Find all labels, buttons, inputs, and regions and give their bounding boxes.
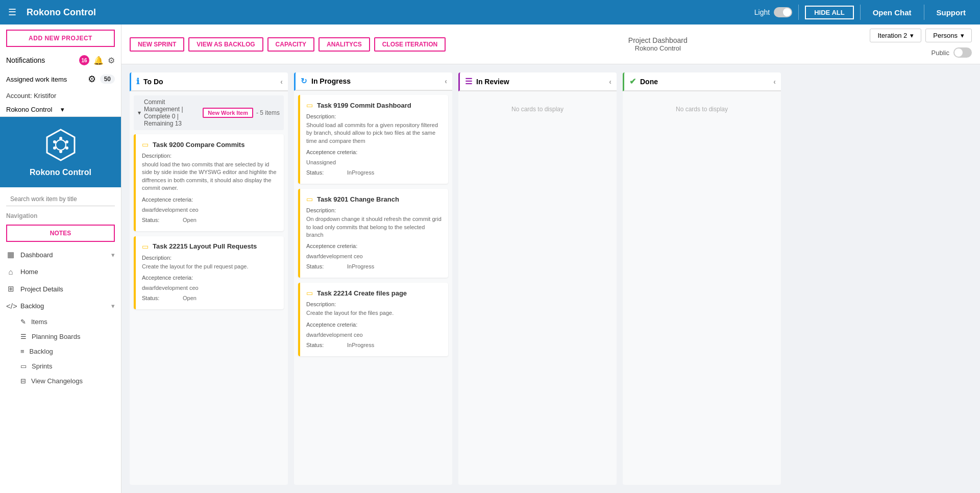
inreview-col-chevron[interactable]: ‹: [609, 78, 611, 86]
add-project-button[interactable]: ADD NEW PROJECT: [6, 30, 115, 47]
acceptance-label-22214: Acceptence creteria:: [306, 322, 442, 328]
description-22215: Create the layout for the pull request p…: [142, 263, 278, 270]
sprints-icon: ▭: [20, 362, 27, 370]
support-button[interactable]: Support: [930, 6, 972, 19]
assignee-value-9201: dwarfdevelopment ceo: [306, 253, 363, 259]
notifications-label: Notifications: [6, 56, 75, 64]
bell-icon[interactable]: 🔔: [93, 56, 104, 65]
card-task22215[interactable]: ▭ Task 22215 Layout Pull Requests Descri…: [134, 236, 284, 309]
card-task9201[interactable]: ▭ Task 9201 Change Branch Description: O…: [298, 189, 448, 278]
sidebar-item-project-details[interactable]: ⊞ Project Details: [0, 280, 121, 298]
card-title-22214: Task 22214 Create files page: [317, 289, 407, 297]
public-label: Public: [932, 49, 949, 57]
sidebar-label-dashboard: Dashboard: [20, 251, 53, 259]
backlog-icon: ≡: [20, 348, 24, 355]
card-title-9199: Task 9199 Commit Dashboard: [317, 102, 411, 109]
sidebar-item-planning-boards[interactable]: ☰ Planning Boards: [0, 329, 121, 344]
description-9201: On dropdown change it should refresh the…: [306, 215, 442, 239]
description-label-22215: Description:: [142, 255, 278, 261]
sidebar-item-home[interactable]: ⌂ Home: [0, 263, 121, 280]
sidebar-item-work-items[interactable]: ✎ Items: [0, 314, 121, 329]
todo-col-chevron[interactable]: ‹: [280, 78, 283, 86]
column-todo: ℹ To Do ‹ ▾ Commit Management | Complete…: [130, 72, 288, 485]
new-sprint-button[interactable]: NEW SPRINT: [130, 37, 184, 52]
card-icon-22214: ▭: [306, 289, 313, 297]
assigned-count-badge: 50: [100, 75, 115, 84]
nav-divider-2: [860, 5, 861, 20]
assigned-work-row: Assigned work items ⚙ 50: [0, 69, 121, 89]
backlog-parent-icon: </>: [6, 302, 15, 310]
sidebar-item-backlog[interactable]: ≡ Backlog: [0, 344, 121, 359]
project-dashboard-title: Project Dashboard: [450, 36, 866, 44]
project-selector[interactable]: Rokono Control ▾: [0, 103, 121, 117]
iteration-button[interactable]: Iteration 2 ▾: [870, 29, 921, 42]
col-body-inprogress: ▭ Task 9199 Commit Dashboard Description…: [294, 91, 452, 485]
project-dashboard-info: Project Dashboard Rokono Control: [450, 36, 866, 52]
group-chevron[interactable]: ▾: [138, 109, 141, 116]
dashboard-arrow: ▾: [111, 251, 115, 259]
main-content: NEW SPRINT VIEW AS BACKLOG CAPACITY ANAL…: [121, 24, 980, 493]
status-label-22214: Status:: [306, 342, 347, 348]
status-row-9199: Status: InProgress: [306, 167, 442, 178]
navigation-label: Navigation: [0, 209, 121, 223]
toggle-knob: [783, 8, 791, 16]
light-toggle-switch[interactable]: [774, 7, 792, 17]
assignee-value-9199: Unassigned: [306, 159, 336, 165]
project-details-icon: ⊞: [6, 284, 15, 293]
search-input[interactable]: [6, 192, 115, 206]
acceptance-label-9199: Acceptence creteria:: [306, 149, 442, 155]
close-iteration-button[interactable]: CLOSE ITERATION: [374, 37, 446, 52]
notification-badge: 16: [79, 55, 89, 65]
notes-button[interactable]: NOTES: [6, 225, 115, 242]
card-icon-9201: ▭: [306, 195, 313, 203]
inprogress-col-chevron[interactable]: ‹: [445, 77, 447, 85]
status-value-9201: InProgress: [347, 263, 374, 269]
sidebar-item-changelogs[interactable]: ⊟ View Changelogs: [0, 374, 121, 388]
sidebar-label-sprints: Sprints: [32, 362, 52, 370]
sidebar: ADD NEW PROJECT Notifications 16 🔔 ⚙ Ass…: [0, 24, 121, 493]
todo-col-title: To Do: [143, 78, 276, 86]
assignee-value-22214: dwarfdevelopment ceo: [306, 332, 363, 338]
items-count: - 5 items: [256, 109, 280, 116]
sidebar-label-planning-boards: Planning Boards: [32, 333, 80, 340]
new-work-item-button[interactable]: New Work Item: [203, 108, 253, 118]
sidebar-label-project-details: Project Details: [20, 285, 63, 293]
app-title: Rokono Control: [27, 7, 748, 18]
sidebar-label-backlog: Backlog: [30, 348, 53, 355]
col-header-inreview: ☰ In Review ‹: [458, 72, 617, 91]
sidebar-item-sprints[interactable]: ▭ Sprints: [0, 359, 121, 374]
column-done: ✔ Done ‹ No cards to display: [623, 72, 781, 485]
assignee-row-22215: dwarfdevelopment ceo: [142, 283, 278, 293]
view-as-backlog-button[interactable]: VIEW AS BACKLOG: [188, 37, 263, 52]
sidebar-item-backlog-parent[interactable]: </> Backlog ▾: [0, 298, 121, 314]
sidebar-label-backlog-parent: Backlog: [20, 302, 44, 310]
card-icon-9200: ▭: [142, 140, 149, 149]
assignee-row-9200: dwarfdevelopment ceo: [142, 205, 278, 215]
card-task22214[interactable]: ▭ Task 22214 Create files page Descripti…: [298, 283, 448, 356]
svg-point-7: [65, 146, 68, 150]
card-task9199[interactable]: ▭ Task 9199 Commit Dashboard Description…: [298, 95, 448, 184]
persons-chevron: ▾: [961, 32, 964, 39]
hide-all-button[interactable]: HIDE ALL: [805, 6, 853, 19]
project-logo-area: Rokono Control: [0, 117, 121, 187]
analytics-button[interactable]: ANALITYCS: [318, 37, 370, 52]
capacity-button[interactable]: CAPACITY: [267, 37, 314, 52]
sidebar-item-dashboard[interactable]: ▦ Dashboard ▾: [0, 246, 121, 263]
col-body-todo: ▾ Commit Management | Complete 0 | Remai…: [130, 91, 288, 485]
public-toggle[interactable]: [953, 47, 972, 58]
open-chat-button[interactable]: Open Chat: [867, 6, 918, 19]
done-col-icon: ✔: [629, 77, 636, 86]
status-value-22215: Open: [183, 295, 197, 301]
done-col-chevron[interactable]: ‹: [773, 78, 776, 86]
inreview-empty-label: No cards to display: [462, 95, 612, 123]
project-dashboard-name: Rokono Control: [450, 44, 866, 52]
card-title-9201: Task 9201 Change Branch: [317, 195, 399, 203]
done-col-title: Done: [640, 78, 769, 86]
card-task9200[interactable]: ▭ Task 9200 Compare Commits Description:…: [134, 134, 284, 231]
gear-icon[interactable]: ⚙: [108, 56, 115, 65]
persons-button[interactable]: Persons ▾: [925, 29, 972, 42]
menu-icon[interactable]: ☰: [8, 7, 16, 18]
description-label-9199: Description:: [306, 113, 442, 119]
status-row-22215: Status: Open: [142, 293, 278, 303]
inreview-col-title: In Review: [476, 78, 605, 86]
